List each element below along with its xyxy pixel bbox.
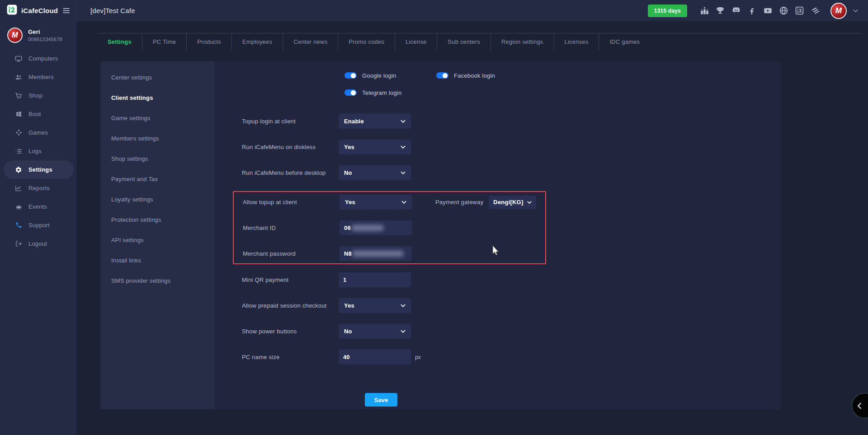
field-label: Topup login at client xyxy=(242,118,339,125)
tab-idc-games[interactable]: IDC games xyxy=(599,33,650,50)
tab-licenses[interactable]: Licenses xyxy=(554,33,599,50)
chevron-down-icon xyxy=(527,201,532,204)
facebook-icon[interactable] xyxy=(746,5,757,16)
sidebar-item-games[interactable]: Games xyxy=(4,123,74,142)
sidebar-item-support[interactable]: Support xyxy=(4,216,74,234)
youtube-icon[interactable] xyxy=(762,5,773,16)
globe-icon[interactable] xyxy=(778,5,789,16)
hamburger-menu-icon[interactable] xyxy=(62,6,71,15)
field-label: Run iCafeMenu on diskless xyxy=(242,144,339,150)
allow-topup-select[interactable]: Yes xyxy=(340,195,412,210)
form-row-prepaid-checkout: Allow prepaid session checkout Yes xyxy=(242,298,763,313)
gamepad-icon xyxy=(14,129,23,136)
merchant-password-input[interactable]: N8 xyxy=(340,246,412,261)
field-label: Mini QR payment xyxy=(242,276,339,283)
user-avatar[interactable]: M xyxy=(830,3,847,19)
field-label: Allow prepaid session checkout xyxy=(242,302,339,309)
sidebar-item-label: Shop xyxy=(28,92,42,99)
chevron-down-icon[interactable] xyxy=(853,9,858,13)
sidebar-item-reports[interactable]: Reports xyxy=(4,179,74,197)
tab-center-news[interactable]: Center news xyxy=(283,33,338,50)
icafemenu-before-desktop-select[interactable]: No xyxy=(339,165,411,180)
tab-employees[interactable]: Employees xyxy=(231,33,283,50)
sidebar-item-computers[interactable]: Computers xyxy=(4,49,74,68)
nav-sms-provider-settings[interactable]: SMS provider settings xyxy=(100,271,215,291)
ranking-icon[interactable] xyxy=(699,5,710,16)
merchant-id-input[interactable]: 06 xyxy=(340,220,412,235)
toggle-label: Google login xyxy=(362,72,396,79)
sidebar-item-logs[interactable]: Logs xyxy=(4,142,74,160)
settings-card: Center settings Client settings Game set… xyxy=(100,61,781,409)
sidebar-item-settings[interactable]: Settings xyxy=(4,160,74,179)
save-button[interactable]: Save xyxy=(365,393,397,407)
tab-settings[interactable]: Settings xyxy=(97,33,142,50)
nav-members-settings[interactable]: Members settings xyxy=(100,128,215,149)
nav-shop-settings[interactable]: Shop settings xyxy=(100,149,215,169)
field-label: Show power buttons xyxy=(242,328,339,335)
tab-license[interactable]: License xyxy=(395,33,437,50)
form-row-allow-topup: Allow topup at client Yes Payment gatewa… xyxy=(243,195,545,210)
sidebar-item-members[interactable]: Members xyxy=(4,68,74,86)
nav-install-links[interactable]: Install links xyxy=(100,250,215,271)
tab-pc-time[interactable]: PC Time xyxy=(142,33,186,50)
field-label: Allow topup at client xyxy=(243,199,340,206)
logo-area: iCafeCloud xyxy=(0,0,76,21)
trophy-icon[interactable] xyxy=(715,5,726,16)
nav-loyalty-settings[interactable]: Loyalty settings xyxy=(100,189,215,210)
content-area: Settings PC Time Products Employees Cent… xyxy=(76,21,868,435)
form-row-diskless: Run iCafeMenu on diskless Yes xyxy=(242,140,763,154)
field-label: Payment gateway xyxy=(435,199,483,206)
client-settings-form: Google login Facebook login Telegram log… xyxy=(215,61,781,409)
sidebar-item-label: Games xyxy=(28,129,48,136)
pc-name-size-input[interactable] xyxy=(339,350,411,365)
sidebar-item-boot[interactable]: Boot xyxy=(4,105,74,123)
mini-qr-payment-input[interactable] xyxy=(339,272,411,287)
sidebar-item-label: Settings xyxy=(28,166,52,173)
nav-center-settings[interactable]: Center settings xyxy=(100,67,215,88)
sidebar-item-logout[interactable]: Logout xyxy=(4,234,74,253)
topup-login-select[interactable]: Enable xyxy=(339,114,411,129)
google-login-toggle[interactable] xyxy=(344,72,357,79)
sidebar-item-shop[interactable]: Shop xyxy=(4,86,74,105)
form-row-power-buttons: Show power buttons No xyxy=(242,324,763,339)
toggle-label: Facebook login xyxy=(454,72,495,79)
partners-icon[interactable] xyxy=(810,5,821,16)
sidebar-item-label: Events xyxy=(28,203,47,210)
nav-client-settings[interactable]: Client settings xyxy=(100,88,215,108)
nav-payment-and-tax[interactable]: Payment and Tax xyxy=(100,169,215,189)
chevron-down-icon xyxy=(401,201,406,204)
license-days-badge[interactable]: 1315 days xyxy=(648,5,687,17)
monitor-icon xyxy=(14,55,23,62)
prepaid-checkout-select[interactable]: Yes xyxy=(339,298,411,313)
icafecloud-icon[interactable] xyxy=(794,5,805,16)
icafemenu-diskless-select[interactable]: Yes xyxy=(339,140,411,154)
chevron-down-icon xyxy=(401,171,406,174)
form-row-before-desktop: Run iCafeMenu before desktop No xyxy=(242,165,763,180)
nav-protection-settings[interactable]: Protection settings xyxy=(100,210,215,230)
chevron-down-icon xyxy=(401,330,406,333)
nav-game-settings[interactable]: Game settings xyxy=(100,108,215,128)
nav-api-settings[interactable]: API settings xyxy=(100,230,215,250)
facebook-login-toggle[interactable] xyxy=(436,72,448,79)
crown-icon xyxy=(14,203,23,210)
telegram-login-toggle[interactable] xyxy=(344,89,357,96)
tab-sub-centers[interactable]: Sub centers xyxy=(437,33,491,50)
chevron-down-icon xyxy=(401,145,406,149)
form-row-pc-name-size: PC name size px xyxy=(242,350,763,365)
toggle-label: Telegram login xyxy=(362,89,401,96)
sidebar-item-label: Logout xyxy=(28,240,47,247)
power-buttons-select[interactable]: No xyxy=(339,324,411,339)
highlight-annotation-box: Allow topup at client Yes Payment gatewa… xyxy=(233,191,546,264)
blurred-value xyxy=(352,225,383,231)
tab-region-settings[interactable]: Region settings xyxy=(491,33,554,50)
tab-products[interactable]: Products xyxy=(186,33,231,50)
sidebar-nav: Computers Members Shop Boot Games Logs xyxy=(0,49,76,253)
payment-gateway-select[interactable]: Dengi[KG] xyxy=(489,196,536,209)
sidebar-item-events[interactable]: Events xyxy=(4,197,74,216)
tab-promo-codes[interactable]: Promo codes xyxy=(338,33,395,50)
people-icon xyxy=(14,74,23,81)
discord-icon[interactable] xyxy=(731,5,741,16)
field-label: Merchant password xyxy=(243,250,340,257)
sidebar-avatar[interactable]: M xyxy=(7,28,23,43)
sidebar-item-label: Computers xyxy=(28,55,58,62)
